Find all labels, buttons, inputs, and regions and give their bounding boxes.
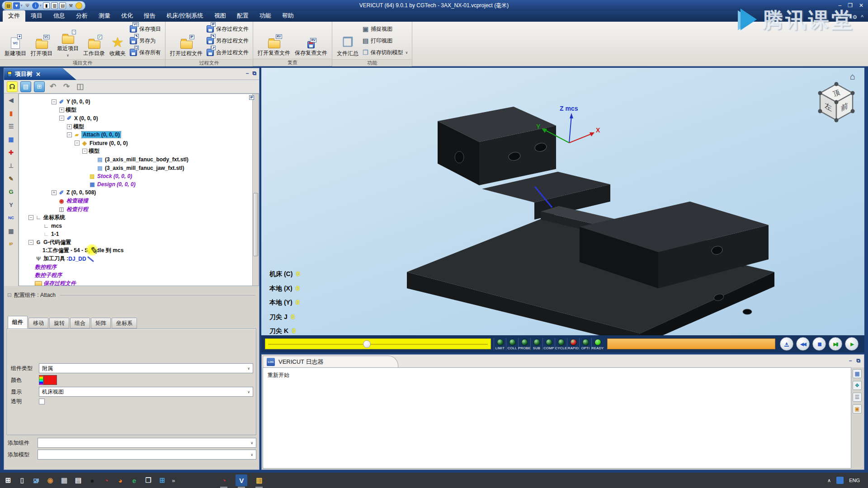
- media-icon[interactable]: ◉: [44, 474, 56, 486]
- files-icon[interactable]: ❐: [142, 474, 154, 486]
- project-tree-tab[interactable]: 项目树 ✕: [4, 68, 76, 80]
- step-button[interactable]: ▶▮: [829, 337, 842, 351]
- export-model-icon[interactable]: ◫: [75, 81, 85, 92]
- ip-file-icon[interactable]: IP: [7, 239, 16, 249]
- tree-item[interactable]: ▤(3_axis_mill_fanuc_body_fxt.stl): [19, 155, 252, 164]
- 保存所有-button[interactable]: ❏保存所有: [130, 47, 161, 58]
- dropdown-icon[interactable]: ∨: [406, 51, 408, 55]
- close-tree-icon[interactable]: ✕: [36, 71, 41, 78]
- 打印视图-button[interactable]: ▤打印视图: [363, 35, 408, 47]
- close-button[interactable]: ✕: [859, 2, 863, 9]
- tree-expand-icon[interactable]: +: [52, 190, 57, 195]
- log-table-icon[interactable]: ▦: [853, 369, 862, 378]
- tool-red-icon[interactable]: ✚: [7, 148, 16, 157]
- phantom-icon[interactable]: ◔: [100, 474, 112, 486]
- component-type-select[interactable]: 附属∨: [39, 363, 253, 373]
- tree-item[interactable]: 数控子程序: [19, 271, 252, 279]
- machine-setup-icon[interactable]: ⚒: [67, 2, 74, 9]
- color-spectrum-strip[interactable]: [39, 375, 43, 385]
- firefox-icon[interactable]: ◕: [114, 474, 126, 486]
- tree-expand-icon[interactable]: −: [67, 132, 72, 137]
- explorer-icon[interactable]: e: [128, 474, 140, 486]
- add-model-icon[interactable]: ⊞: [34, 81, 45, 92]
- tree-expand-icon[interactable]: −: [75, 141, 80, 145]
- menu-文件[interactable]: 文件: [3, 10, 25, 22]
- calculator-icon[interactable]: ▦: [58, 474, 70, 486]
- 打开项目-button[interactable]: VC打开项目: [28, 22, 55, 59]
- layout-two-pane-icon[interactable]: ▥: [51, 2, 58, 9]
- tree-item[interactable]: −✐Y (0, 0, 0): [19, 98, 252, 106]
- collapse-panel-icon[interactable]: ◀: [7, 95, 16, 104]
- input-method-icon[interactable]: [836, 477, 844, 484]
- notepad-icon[interactable]: ▤: [72, 474, 84, 486]
- logger-tab[interactable]: LOG VERICUT 日志器: [263, 356, 398, 367]
- 收藏夹-button[interactable]: ★收藏夹: [107, 22, 128, 59]
- tab-组合[interactable]: 组合: [70, 318, 90, 328]
- 打开复查文件-button[interactable]: RV打开复查文件: [255, 22, 292, 59]
- tree-item[interactable]: Ψ加工刀具 : DJ_DD: [19, 255, 252, 263]
- tab-移动[interactable]: 移动: [28, 318, 48, 328]
- tree-popout-icon[interactable]: ⧉: [252, 70, 256, 76]
- tree-item[interactable]: −✐X (0, 0, 0): [19, 114, 252, 122]
- play-button[interactable]: ▶: [845, 337, 859, 351]
- help-icon[interactable]: ?: [846, 14, 849, 20]
- 保存切削模型-button[interactable]: ❒保存切削模型∨: [363, 47, 408, 58]
- tree-scrollbar-thumb[interactable]: [253, 193, 258, 256]
- layout-single-icon[interactable]: ▮: [43, 2, 50, 9]
- tree-item[interactable]: −模型: [19, 147, 252, 155]
- tab-坐标系[interactable]: 坐标系: [112, 318, 137, 328]
- 保存复查文件-button[interactable]: RV保存复查文件: [292, 22, 330, 59]
- tree-item[interactable]: +✐Z (0, 0, 508): [19, 188, 252, 197]
- edit-model-icon[interactable]: ✎: [7, 174, 16, 183]
- tree-item[interactable]: −▰Attach (0, 0, 0): [19, 131, 252, 139]
- info-icon[interactable]: i: [32, 2, 39, 9]
- 捕捉视图-button[interactable]: ▣捕捉视图: [363, 23, 408, 35]
- menu-配置[interactable]: 配置: [231, 10, 254, 22]
- menu-优化[interactable]: 优化: [116, 10, 138, 22]
- tree-expand-icon[interactable]: −: [28, 215, 33, 220]
- info-dropdown-icon[interactable]: ∨: [39, 4, 42, 7]
- save-icon[interactable]: ▼: [13, 2, 20, 9]
- tree-item[interactable]: ◫检查行程: [19, 205, 252, 213]
- tree-item[interactable]: ∟mcs: [19, 221, 252, 230]
- restore-button[interactable]: ❐: [848, 2, 853, 9]
- log-folder-icon[interactable]: ▣: [853, 404, 862, 413]
- taskbar-overflow-icon[interactable]: »: [172, 477, 175, 484]
- report-icon[interactable]: ▤: [20, 81, 31, 92]
- sliders-icon[interactable]: ☰: [7, 122, 16, 131]
- gcode-settings-icon[interactable]: G: [7, 187, 16, 196]
- tab-组件[interactable]: 组件: [8, 316, 28, 328]
- table-icon[interactable]: ▦: [7, 226, 16, 235]
- tree-item[interactable]: ◉检查碰撞: [19, 197, 252, 205]
- tree-expand-icon[interactable]: +: [59, 108, 64, 113]
- tree-item[interactable]: −◈Fixture (0, 0, 0): [19, 139, 252, 147]
- collapse-section-icon[interactable]: ‒: [8, 293, 11, 297]
- dropdown-icon[interactable]: ∨: [66, 53, 69, 57]
- save-dropdown-icon[interactable]: ∨: [20, 4, 23, 7]
- tree-item[interactable]: +模型: [19, 106, 252, 114]
- start-button[interactable]: ⊞: [2, 474, 14, 486]
- holder-icon[interactable]: ⊥: [7, 161, 16, 170]
- tool-manager-icon[interactable]: Y: [7, 200, 16, 209]
- 另存过程文件-button[interactable]: IP✎另存过程文件: [207, 35, 249, 47]
- 新建项目-button[interactable]: VC✦新建项目: [2, 22, 28, 59]
- tree-item[interactable]: −GG-代码偏置: [19, 238, 252, 246]
- log-shield-icon[interactable]: ❖: [853, 381, 862, 390]
- menu-功能[interactable]: 功能: [254, 10, 277, 22]
- tree-expand-icon[interactable]: −: [52, 99, 57, 104]
- status-oval-icon[interactable]: [75, 2, 82, 9]
- slider-knob[interactable]: [363, 340, 371, 348]
- folder-running[interactable]: ▥: [253, 474, 265, 486]
- rewind-button[interactable]: ◀◀: [796, 337, 810, 351]
- tree-expand-icon[interactable]: −: [28, 240, 33, 245]
- menu-报告[interactable]: 报告: [138, 10, 161, 22]
- tree-expand-icon[interactable]: −: [82, 149, 87, 154]
- tree-minimize-icon[interactable]: –: [246, 70, 249, 76]
- logger-popout-icon[interactable]: ⧉: [856, 357, 860, 364]
- menu-分析[interactable]: 分析: [71, 10, 93, 22]
- settings-gear-icon[interactable]: ⚙: [853, 14, 858, 20]
- pause-button[interactable]: ▮▮: [812, 337, 826, 351]
- undo-icon[interactable]: ↶: [47, 81, 58, 92]
- 保存过程文件-button[interactable]: IP保存过程文件: [207, 23, 249, 35]
- home-view-icon[interactable]: ⌂: [850, 71, 855, 82]
